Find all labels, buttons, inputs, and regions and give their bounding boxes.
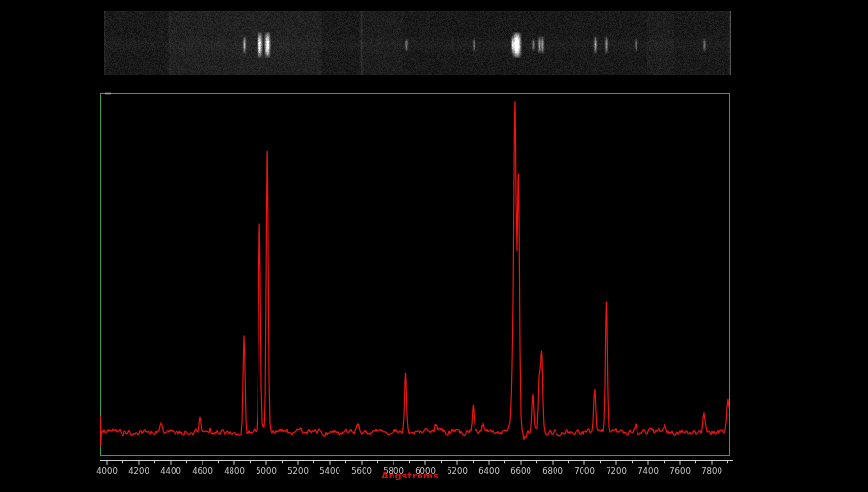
plot-border-marker xyxy=(105,93,111,95)
x-tick-label: 5000 xyxy=(256,466,277,476)
x-tick-label: 5200 xyxy=(287,466,309,476)
x-tick-label: 7400 xyxy=(637,466,659,476)
x-tick-label: 7600 xyxy=(669,466,691,476)
x-tick-label: 7800 xyxy=(701,466,722,476)
x-tick-label: 6400 xyxy=(478,466,500,476)
x-tick-label: 4800 xyxy=(224,466,245,476)
x-tick-label: 7200 xyxy=(606,466,627,476)
x-tick-label: 4400 xyxy=(160,466,181,476)
x-tick-label: 4600 xyxy=(192,466,213,476)
x-tick-label: 4200 xyxy=(128,466,149,476)
x-tick-label: 5400 xyxy=(319,466,340,476)
x-tick-label: 6600 xyxy=(510,466,531,476)
x-tick-label: 6800 xyxy=(542,466,563,476)
x-tick-label: 5600 xyxy=(351,466,372,476)
plot-border xyxy=(101,94,730,456)
x-tick-label: 7000 xyxy=(574,466,595,476)
x-axis-title: Angstroms xyxy=(381,470,439,480)
x-tick-label: 6200 xyxy=(447,466,468,476)
x-tick-label: 4000 xyxy=(96,466,118,476)
spectrum-trace xyxy=(101,102,729,447)
spectrum-plot[interactable]: 4000420044004600480050005200540056005800… xyxy=(0,0,868,492)
app-window: 4000420044004600480050005200540056005800… xyxy=(0,0,868,492)
x-axis-ticks xyxy=(107,461,728,465)
